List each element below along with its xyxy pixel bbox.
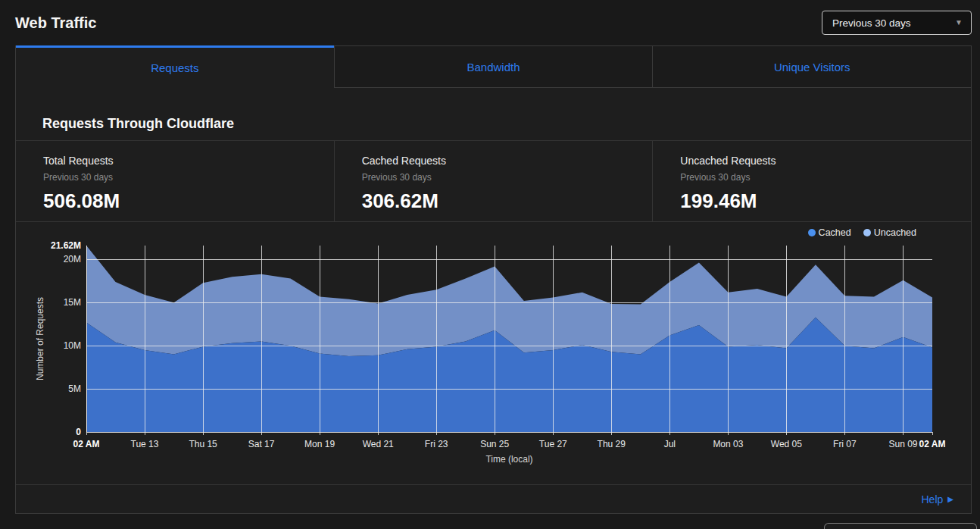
tab-bar: RequestsBandwidthUnique Visitors	[16, 45, 971, 88]
tab-unique-visitors[interactable]: Unique Visitors	[652, 45, 971, 88]
help-label: Help	[922, 493, 944, 506]
stat-label: Cached Requests	[362, 155, 653, 167]
stat-label: Total Requests	[43, 155, 334, 167]
x-tick-label: Fri 23	[425, 439, 448, 449]
tab-label: Requests	[151, 61, 198, 74]
tab-label: Bandwidth	[467, 61, 520, 74]
stat-label: Uncached Requests	[680, 155, 971, 167]
stat-period: Previous 30 days	[43, 172, 334, 183]
card-footer: Help ▶	[16, 484, 971, 513]
y-tick-label: 0	[76, 427, 81, 437]
stats-row: Total RequestsPrevious 30 days506.08MCac…	[16, 140, 971, 222]
time-range-dropdown[interactable]: Previous 30 days ▼	[822, 11, 972, 35]
x-tick-label: Mon 03	[713, 439, 743, 449]
x-tick-label: Tue 27	[539, 439, 567, 449]
stat-value: 306.62M	[362, 189, 653, 213]
stat-card-cached-requests: Cached RequestsPrevious 30 days306.62M	[334, 141, 653, 221]
stat-card-uncached-requests: Uncached RequestsPrevious 30 days199.46M	[652, 141, 971, 221]
y-tick-label: 21.62M	[51, 240, 81, 251]
x-tick-label: Thu 29	[598, 439, 626, 449]
x-tick-label: Sun 09	[888, 439, 917, 449]
x-tick-label: Jul	[664, 439, 676, 449]
help-link[interactable]: Help ▶	[922, 493, 954, 506]
y-tick-label: 10M	[64, 340, 81, 351]
web-traffic-card: RequestsBandwidthUnique Visitors Request…	[15, 45, 972, 514]
x-tick-label: 02 AM	[919, 439, 946, 449]
section-title: Requests Through Cloudflare	[42, 116, 971, 132]
page-title: Web Traffic	[15, 14, 96, 32]
y-tick-label: 5M	[68, 383, 81, 394]
stat-value: 199.46M	[680, 189, 971, 213]
x-tick-label: Sun 25	[480, 439, 509, 449]
x-tick-label: 02 AM	[73, 439, 100, 449]
tab-bandwidth[interactable]: Bandwidth	[334, 45, 653, 88]
stat-period: Previous 30 days	[362, 172, 653, 183]
caret-right-icon: ▶	[947, 496, 953, 503]
area-series	[86, 246, 932, 432]
stat-period: Previous 30 days	[680, 172, 971, 183]
stat-card-total-requests: Total RequestsPrevious 30 days506.08M	[16, 141, 334, 221]
stat-value: 506.08M	[43, 189, 334, 213]
x-tick-label: Mon 19	[304, 439, 335, 449]
requests-chart: CachedUncached 05M10M15M20M21.62M02 AMTu…	[16, 222, 971, 485]
tab-label: Unique Visitors	[774, 61, 850, 74]
x-axis-title: Time (local)	[485, 454, 532, 465]
time-range-value: Previous 30 days	[832, 17, 911, 29]
y-tick-label: 15M	[64, 297, 81, 308]
top-bar: Web Traffic Previous 30 days ▼	[15, 0, 972, 45]
x-tick-label: Tue 13	[131, 439, 159, 449]
chevron-down-icon: ▼	[955, 19, 963, 27]
x-tick-label: Thu 15	[189, 439, 217, 449]
x-tick-label: Wed 05	[771, 439, 802, 449]
y-tick-label: 20M	[64, 254, 81, 264]
partial-element-bottom	[824, 523, 977, 529]
x-tick-label: Wed 21	[363, 439, 394, 449]
x-tick-label: Sat 17	[248, 439, 275, 449]
tab-requests[interactable]: Requests	[16, 45, 334, 88]
y-axis-title: Number of Requests	[35, 297, 45, 380]
stacked-area-chart: 05M10M15M20M21.62M02 AMTue 13Thu 15Sat 1…	[16, 235, 972, 485]
x-tick-label: Fri 07	[833, 439, 857, 449]
